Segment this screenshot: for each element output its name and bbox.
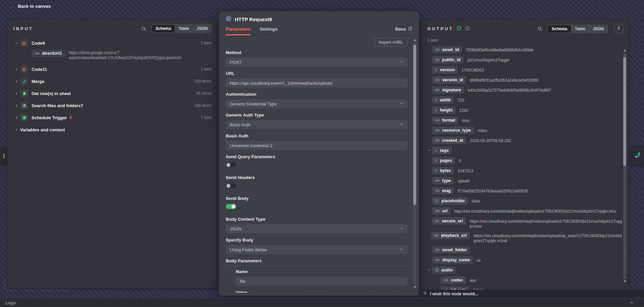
search-icon[interactable] <box>536 25 544 33</box>
name-input[interactable]: file <box>236 277 408 286</box>
pin-data-button[interactable] <box>614 24 623 33</box>
output-field-pill[interactable]: ABsecure_url <box>432 217 466 225</box>
input-view-tab-json[interactable]: JSON <box>193 25 211 32</box>
logs-bar[interactable]: Logs <box>0 298 644 307</box>
section-label-body-parameters: Body Parameters <box>226 258 408 266</box>
back-to-canvas-link[interactable]: ← Back to canvas <box>9 3 51 9</box>
import-curl-button[interactable]: Import cURL <box>374 38 408 47</box>
body-content-type-select[interactable]: JSON <box>226 224 408 233</box>
expand-logs-chevron-icon[interactable] <box>629 300 634 305</box>
authentication-select[interactable]: Generic Credential Type <box>226 99 408 108</box>
scrollbar-track[interactable] <box>623 53 626 279</box>
output-field-pill[interactable]: ABversion_id <box>432 76 466 84</box>
output-field-pill[interactable]: ABpublic_id <box>432 56 464 63</box>
output-field-pill[interactable]: ABurl <box>432 207 450 215</box>
field-value: uc <box>477 256 481 263</box>
output-field-pill[interactable]: ≡tags <box>432 147 452 154</box>
string-type-icon: AB <box>435 78 439 82</box>
field-value: b40c2b55a2d7573e948405e9ff49c304f74df9f7 <box>468 86 551 93</box>
input-schema-tree: {}Code91 itemABdirectUrl3https://drive.g… <box>7 36 217 134</box>
output-field-pill[interactable]: ABsignature <box>432 86 464 94</box>
input-node-code11[interactable]: {}Code111 item <box>13 65 212 73</box>
output-field-pill[interactable]: placeholder <box>432 197 468 205</box>
chevron-right-icon[interactable] <box>13 128 20 132</box>
node-feedback-bar[interactable]: I wish this node would... <box>419 290 644 298</box>
output-field-pill[interactable]: ABasset_folder <box>432 246 470 254</box>
output-field-pill[interactable]: #width <box>432 96 454 104</box>
input-node-schedule-trigger[interactable]: Schedule Trigger1 item <box>13 114 212 122</box>
field-value: false <box>472 197 480 204</box>
info-icon[interactable] <box>465 26 470 32</box>
chevron-right-icon[interactable] <box>13 116 20 120</box>
tab-settings[interactable]: Settings <box>260 27 278 32</box>
boolean-type-icon <box>435 199 439 203</box>
output-field-pill[interactable]: ABtype <box>432 177 454 184</box>
output-field-pill[interactable]: audio <box>432 266 455 274</box>
basic-auth-input[interactable]: Unnamed credential 2 <box>226 141 408 150</box>
input-schema-drawer-handle[interactable]: } <box>0 146 8 165</box>
output-field-pill[interactable]: #bytes <box>432 167 454 174</box>
send-query-parameters-toggle[interactable] <box>226 162 236 167</box>
chevron-right-icon[interactable] <box>13 68 20 71</box>
back-arrow-icon: ← <box>9 3 14 9</box>
input-view-tab-schema[interactable]: Schema <box>152 25 175 32</box>
chevron-right-icon[interactable] <box>13 104 20 107</box>
output-field-pill[interactable]: ABresource_type <box>432 127 474 134</box>
output-field-pill[interactable]: ABdisplay_name <box>432 256 473 264</box>
chevron-down-icon[interactable] <box>13 41 20 45</box>
scroll-down-arrow-icon[interactable] <box>414 286 416 288</box>
output-view-tab-table[interactable]: Table <box>571 25 589 33</box>
code-icon: {} <box>20 65 28 73</box>
input-node-search-files-and-folders7[interactable]: Search files and folders7198 items <box>13 101 212 109</box>
output-panel-title: OUTPUT <box>427 26 453 31</box>
input-node-get-row-s-in-sheet[interactable]: Get row(s) in sheet41 items <box>13 89 212 97</box>
scroll-up-arrow-icon[interactable] <box>624 49 626 51</box>
schema-icon <box>634 152 641 160</box>
output-row-public_id: ABpublic_idpi21msx0dqzkn17spgkr <box>426 56 624 63</box>
scrollbar-track[interactable] <box>413 42 416 285</box>
send-headers-toggle[interactable] <box>226 183 236 188</box>
output-field-pill[interactable]: ABformat <box>432 117 458 124</box>
specify-body-select[interactable]: Using Fields Below <box>226 245 408 254</box>
output-schema-drawer-handle[interactable] <box>631 146 644 165</box>
string-type-icon: AB <box>444 278 448 282</box>
output-field-pill[interactable]: #pages <box>432 157 455 164</box>
send-body-toggle[interactable] <box>226 204 236 209</box>
search-icon[interactable] <box>140 25 148 33</box>
chevron-right-icon[interactable] <box>13 92 20 95</box>
input-node-merge[interactable]: Merge239 items <box>13 77 212 85</box>
generic-auth-type-select[interactable]: Basic Auth <box>226 120 408 129</box>
tab-parameters[interactable]: Parameters <box>226 27 251 32</box>
output-field-pill[interactable]: ABasset_id <box>432 46 462 53</box>
chevron-down-icon[interactable] <box>426 266 432 272</box>
input-view-tab-table[interactable]: Table <box>175 25 193 32</box>
input-node-variables-and-context[interactable]: Variables and context <box>13 126 212 134</box>
output-field-pill[interactable]: ABcreated_at <box>432 137 466 144</box>
scrollbar-thumb[interactable] <box>413 45 416 205</box>
input-node-code9[interactable]: {}Code91 item <box>13 39 212 47</box>
output-field-pill[interactable]: #version <box>432 66 458 74</box>
output-field-pill[interactable]: ABcodec <box>441 276 466 284</box>
method-select[interactable]: POST <box>226 58 408 67</box>
chevron-down-icon[interactable] <box>426 147 432 152</box>
row-gutter <box>426 256 432 258</box>
output-field-pill[interactable]: ABplayback_url <box>431 232 470 239</box>
output-row-placeholder: placeholderfalse <box>426 197 624 205</box>
field-value: https://res.cloudinary.com/dxtmlaqfi/vid… <box>470 217 624 229</box>
output-view-tab-json[interactable]: JSON <box>589 25 607 33</box>
url-input[interactable]: https://api.cloudinary.com/v1_1/dxtmlaqf… <box>226 79 408 87</box>
node-title[interactable]: HTTP Request9 <box>235 16 272 22</box>
output-scrollbar[interactable] <box>623 49 626 287</box>
output-view-tab-schema[interactable]: Schema <box>548 25 571 33</box>
chevron-right-icon[interactable] <box>13 80 20 83</box>
field-method: MethodPOST <box>226 50 408 67</box>
output-field-pill[interactable]: #height <box>432 106 455 114</box>
field-key-pill[interactable]: ABdirectUrl3 <box>32 50 65 57</box>
scroll-down-arrow-icon[interactable] <box>624 280 626 282</box>
docs-link[interactable]: Docs <box>395 27 412 32</box>
scroll-up-arrow-icon[interactable] <box>414 39 416 41</box>
modal-scrollbar[interactable] <box>413 39 416 292</box>
output-field-pill[interactable]: ABetag <box>432 187 454 194</box>
bolt-icon <box>69 116 72 120</box>
scrollbar-thumb[interactable] <box>623 57 626 166</box>
